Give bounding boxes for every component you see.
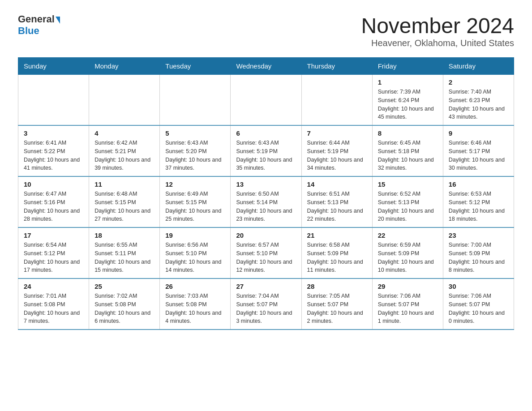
day-number: 30 bbox=[449, 283, 508, 290]
day-number: 3 bbox=[24, 129, 83, 137]
day-info: Sunrise: 6:56 AMSunset: 5:10 PMDaylight:… bbox=[165, 241, 225, 274]
header-sunday: Sunday bbox=[18, 58, 89, 75]
day-info: Sunrise: 7:00 AMSunset: 5:09 PMDaylight:… bbox=[449, 241, 508, 274]
header-wednesday: Wednesday bbox=[231, 58, 301, 75]
calendar-cell bbox=[89, 75, 160, 126]
day-number: 13 bbox=[236, 180, 296, 188]
day-number: 8 bbox=[378, 129, 438, 137]
calendar-cell: 19Sunrise: 6:56 AMSunset: 5:10 PMDayligh… bbox=[160, 227, 231, 278]
day-info: Sunrise: 7:06 AMSunset: 5:07 PMDaylight:… bbox=[449, 292, 508, 325]
calendar-cell: 10Sunrise: 6:47 AMSunset: 5:16 PMDayligh… bbox=[18, 176, 89, 227]
calendar-cell: 11Sunrise: 6:48 AMSunset: 5:15 PMDayligh… bbox=[89, 176, 160, 227]
day-info: Sunrise: 7:02 AMSunset: 5:08 PMDaylight:… bbox=[94, 292, 154, 325]
day-info: Sunrise: 6:54 AMSunset: 5:12 PMDaylight:… bbox=[24, 241, 83, 274]
day-number: 9 bbox=[449, 129, 508, 137]
day-number: 10 bbox=[24, 180, 83, 188]
calendar-cell: 2Sunrise: 7:40 AMSunset: 6:23 PMDaylight… bbox=[443, 75, 514, 126]
header-tuesday: Tuesday bbox=[160, 58, 231, 75]
calendar-cell: 21Sunrise: 6:58 AMSunset: 5:09 PMDayligh… bbox=[301, 227, 372, 278]
calendar-cell: 25Sunrise: 7:02 AMSunset: 5:08 PMDayligh… bbox=[89, 278, 160, 330]
day-number: 19 bbox=[165, 231, 225, 239]
calendar-cell: 5Sunrise: 6:43 AMSunset: 5:20 PMDaylight… bbox=[160, 125, 231, 176]
calendar-cell: 13Sunrise: 6:50 AMSunset: 5:14 PMDayligh… bbox=[231, 176, 301, 227]
logo-text: General bbox=[18, 13, 60, 25]
calendar-cell: 7Sunrise: 6:44 AMSunset: 5:19 PMDaylight… bbox=[301, 125, 372, 176]
week-row-3: 10Sunrise: 6:47 AMSunset: 5:16 PMDayligh… bbox=[18, 176, 514, 227]
header-friday: Friday bbox=[372, 58, 443, 75]
calendar-cell bbox=[160, 75, 231, 126]
day-info: Sunrise: 6:48 AMSunset: 5:15 PMDaylight:… bbox=[94, 190, 154, 223]
day-info: Sunrise: 6:43 AMSunset: 5:19 PMDaylight:… bbox=[236, 139, 296, 172]
day-info: Sunrise: 6:42 AMSunset: 5:21 PMDaylight:… bbox=[94, 139, 154, 172]
day-number: 29 bbox=[378, 283, 438, 290]
calendar-cell bbox=[301, 75, 372, 126]
day-info: Sunrise: 6:45 AMSunset: 5:18 PMDaylight:… bbox=[378, 139, 438, 172]
day-info: Sunrise: 6:55 AMSunset: 5:11 PMDaylight:… bbox=[94, 241, 154, 274]
day-info: Sunrise: 7:03 AMSunset: 5:08 PMDaylight:… bbox=[165, 292, 225, 325]
calendar-cell: 16Sunrise: 6:53 AMSunset: 5:12 PMDayligh… bbox=[443, 176, 514, 227]
day-info: Sunrise: 6:50 AMSunset: 5:14 PMDaylight:… bbox=[236, 190, 296, 223]
calendar-cell: 6Sunrise: 6:43 AMSunset: 5:19 PMDaylight… bbox=[231, 125, 301, 176]
day-number: 17 bbox=[24, 231, 83, 239]
calendar-cell: 18Sunrise: 6:55 AMSunset: 5:11 PMDayligh… bbox=[89, 227, 160, 278]
day-number: 27 bbox=[236, 283, 296, 290]
day-info: Sunrise: 6:52 AMSunset: 5:13 PMDaylight:… bbox=[378, 190, 438, 223]
day-number: 23 bbox=[449, 231, 508, 239]
title-block: November 2024 Heavener, Oklahoma, United… bbox=[361, 13, 514, 48]
calendar-cell: 23Sunrise: 7:00 AMSunset: 5:09 PMDayligh… bbox=[443, 227, 514, 278]
header-monday: Monday bbox=[89, 58, 160, 75]
week-row-5: 24Sunrise: 7:01 AMSunset: 5:08 PMDayligh… bbox=[18, 278, 514, 330]
day-info: Sunrise: 6:58 AMSunset: 5:09 PMDaylight:… bbox=[307, 241, 367, 274]
logo-triangle-icon bbox=[56, 17, 60, 24]
day-number: 22 bbox=[378, 231, 438, 239]
header-saturday: Saturday bbox=[443, 58, 514, 75]
calendar-cell: 28Sunrise: 7:05 AMSunset: 5:07 PMDayligh… bbox=[301, 278, 372, 330]
calendar-cell: 29Sunrise: 7:06 AMSunset: 5:07 PMDayligh… bbox=[372, 278, 443, 330]
page-header: General Blue November 2024 Heavener, Okl… bbox=[18, 13, 514, 48]
header-thursday: Thursday bbox=[301, 58, 372, 75]
day-info: Sunrise: 6:44 AMSunset: 5:19 PMDaylight:… bbox=[307, 139, 367, 172]
day-info: Sunrise: 6:53 AMSunset: 5:12 PMDaylight:… bbox=[449, 190, 508, 223]
day-number: 11 bbox=[94, 180, 154, 188]
day-number: 15 bbox=[378, 180, 438, 188]
day-info: Sunrise: 7:39 AMSunset: 6:24 PMDaylight:… bbox=[378, 88, 438, 121]
calendar-cell: 20Sunrise: 6:57 AMSunset: 5:10 PMDayligh… bbox=[231, 227, 301, 278]
week-row-2: 3Sunrise: 6:41 AMSunset: 5:22 PMDaylight… bbox=[18, 125, 514, 176]
logo: General Blue bbox=[18, 13, 60, 37]
calendar-cell: 24Sunrise: 7:01 AMSunset: 5:08 PMDayligh… bbox=[18, 278, 89, 330]
day-info: Sunrise: 6:59 AMSunset: 5:09 PMDaylight:… bbox=[378, 241, 438, 274]
day-number: 7 bbox=[307, 129, 367, 137]
calendar-cell: 26Sunrise: 7:03 AMSunset: 5:08 PMDayligh… bbox=[160, 278, 231, 330]
calendar-cell: 15Sunrise: 6:52 AMSunset: 5:13 PMDayligh… bbox=[372, 176, 443, 227]
day-info: Sunrise: 6:51 AMSunset: 5:13 PMDaylight:… bbox=[307, 190, 367, 223]
calendar-cell: 22Sunrise: 6:59 AMSunset: 5:09 PMDayligh… bbox=[372, 227, 443, 278]
day-number: 1 bbox=[378, 78, 438, 86]
day-number: 21 bbox=[307, 231, 367, 239]
calendar-table: SundayMondayTuesdayWednesdayThursdayFrid… bbox=[18, 57, 514, 330]
page-title: November 2024 bbox=[361, 13, 514, 38]
day-number: 4 bbox=[94, 129, 154, 137]
day-number: 18 bbox=[94, 231, 154, 239]
day-number: 16 bbox=[449, 180, 508, 188]
week-row-4: 17Sunrise: 6:54 AMSunset: 5:12 PMDayligh… bbox=[18, 227, 514, 278]
calendar-header-row: SundayMondayTuesdayWednesdayThursdayFrid… bbox=[18, 58, 514, 75]
calendar-cell: 1Sunrise: 7:39 AMSunset: 6:24 PMDaylight… bbox=[372, 75, 443, 126]
day-info: Sunrise: 6:57 AMSunset: 5:10 PMDaylight:… bbox=[236, 241, 296, 274]
calendar-cell: 14Sunrise: 6:51 AMSunset: 5:13 PMDayligh… bbox=[301, 176, 372, 227]
calendar-cell: 17Sunrise: 6:54 AMSunset: 5:12 PMDayligh… bbox=[18, 227, 89, 278]
calendar-cell bbox=[231, 75, 301, 126]
day-number: 25 bbox=[94, 283, 154, 290]
day-number: 12 bbox=[165, 180, 225, 188]
day-number: 14 bbox=[307, 180, 367, 188]
day-info: Sunrise: 7:01 AMSunset: 5:08 PMDaylight:… bbox=[24, 292, 83, 325]
week-row-1: 1Sunrise: 7:39 AMSunset: 6:24 PMDaylight… bbox=[18, 75, 514, 126]
day-info: Sunrise: 6:43 AMSunset: 5:20 PMDaylight:… bbox=[165, 139, 225, 172]
day-info: Sunrise: 7:40 AMSunset: 6:23 PMDaylight:… bbox=[449, 88, 508, 121]
day-number: 28 bbox=[307, 283, 367, 290]
day-info: Sunrise: 7:04 AMSunset: 5:07 PMDaylight:… bbox=[236, 292, 296, 325]
day-number: 5 bbox=[165, 129, 225, 137]
calendar-cell: 27Sunrise: 7:04 AMSunset: 5:07 PMDayligh… bbox=[231, 278, 301, 330]
day-info: Sunrise: 6:46 AMSunset: 5:17 PMDaylight:… bbox=[449, 139, 508, 172]
calendar-cell: 30Sunrise: 7:06 AMSunset: 5:07 PMDayligh… bbox=[443, 278, 514, 330]
day-number: 24 bbox=[24, 283, 83, 290]
